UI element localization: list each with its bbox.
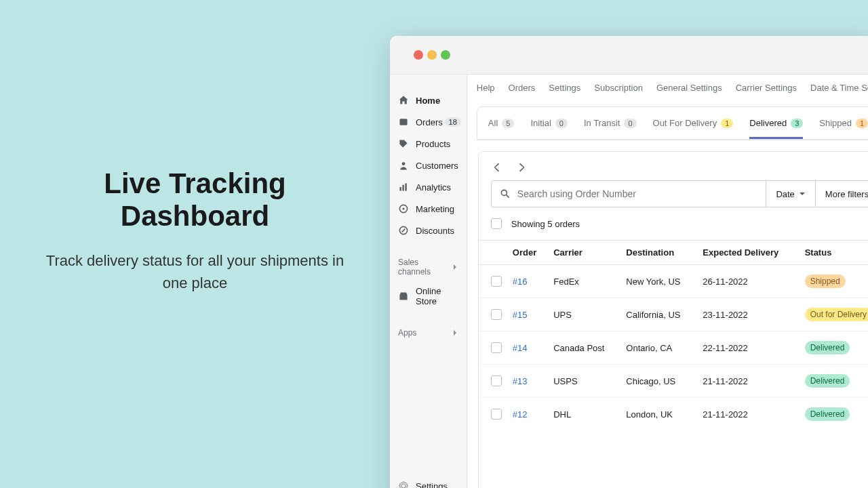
select-all-checkbox[interactable] bbox=[491, 218, 502, 229]
analytics-icon bbox=[398, 182, 409, 192]
cell-expected: 21-11-2022 bbox=[697, 398, 799, 431]
tab-count: 3 bbox=[791, 119, 803, 128]
order-link[interactable]: #16 bbox=[513, 277, 528, 287]
close-icon[interactable] bbox=[414, 50, 423, 60]
status-badge: Out for Delivery bbox=[805, 308, 868, 321]
showing-text: Showing 5 orders bbox=[511, 219, 580, 229]
sidebar-section-sales-channels[interactable]: Sales channels bbox=[390, 253, 467, 281]
tab-count: 1 bbox=[721, 119, 733, 128]
topnav-subscription[interactable]: Subscription bbox=[594, 83, 643, 93]
table-row: #14Canada PostOntario, CA22-11-2022Deliv… bbox=[479, 331, 868, 365]
date-filter-button[interactable]: Date bbox=[766, 181, 814, 207]
home-icon bbox=[398, 95, 409, 106]
topnav-datetime-settings[interactable]: Date & Time Settings bbox=[810, 83, 868, 93]
sidebar-item-label: Customers bbox=[416, 161, 458, 171]
chevron-right-icon bbox=[452, 264, 458, 270]
tabs: All 5 Initial 0 In Transit 0 Out For Del… bbox=[477, 107, 868, 140]
arrow-left-icon[interactable] bbox=[491, 161, 503, 174]
sidebar-item-home[interactable]: Home bbox=[390, 89, 467, 111]
sidebar-item-online-store[interactable]: Online Store bbox=[390, 281, 467, 312]
sidebar-item-discounts[interactable]: Discounts bbox=[390, 220, 467, 241]
cell-destination: Ontario, CA bbox=[620, 331, 697, 365]
cell-destination: New York, US bbox=[620, 265, 697, 298]
row-checkbox[interactable] bbox=[491, 342, 502, 353]
sidebar-item-label: Online Store bbox=[416, 286, 458, 306]
hero: Live Tracking Dashboard Track delivery s… bbox=[0, 0, 390, 488]
tab-shipped[interactable]: Shipped 1 bbox=[819, 107, 868, 139]
row-checkbox[interactable] bbox=[491, 409, 502, 420]
app-window: Home Orders 18 Products Customers Analyt… bbox=[390, 36, 868, 488]
col-expected: Expected Delivery bbox=[697, 241, 799, 265]
customers-icon bbox=[398, 160, 409, 171]
hero-subtitle: Track delivery status for all your shipm… bbox=[34, 249, 356, 294]
col-status: Status bbox=[800, 241, 868, 265]
sidebar-item-analytics[interactable]: Analytics bbox=[390, 176, 467, 198]
row-checkbox[interactable] bbox=[491, 375, 502, 386]
top-nav: Help Orders Settings Subscription Genera… bbox=[467, 75, 868, 93]
showing-row: Showing 5 orders bbox=[479, 207, 868, 240]
svg-rect-0 bbox=[399, 119, 407, 125]
cell-destination: California, US bbox=[620, 298, 697, 331]
row-checkbox[interactable] bbox=[491, 309, 502, 320]
tab-all[interactable]: All 5 bbox=[488, 107, 515, 139]
row-checkbox[interactable] bbox=[491, 276, 502, 287]
svg-point-6 bbox=[402, 207, 404, 209]
cell-carrier: FedEx bbox=[548, 265, 620, 298]
sidebar-item-label: Analytics bbox=[416, 182, 451, 192]
cell-carrier: Canada Post bbox=[548, 331, 620, 365]
chevron-right-icon bbox=[452, 329, 458, 336]
order-link[interactable]: #13 bbox=[513, 376, 528, 386]
sidebar-item-marketing[interactable]: Marketing bbox=[390, 198, 467, 220]
cell-destination: London, UK bbox=[620, 398, 697, 431]
cell-destination: Chicago, US bbox=[620, 365, 697, 398]
status-badge: Delivered bbox=[805, 407, 850, 421]
sidebar-item-label: Settings bbox=[416, 481, 448, 489]
sidebar: Home Orders 18 Products Customers Analyt… bbox=[390, 75, 467, 488]
tab-in-transit[interactable]: In Transit 0 bbox=[584, 107, 637, 139]
maximize-icon[interactable] bbox=[441, 50, 450, 60]
tab-count: 5 bbox=[502, 119, 514, 128]
sidebar-item-settings[interactable]: Settings bbox=[390, 475, 467, 488]
topnav-settings[interactable]: Settings bbox=[549, 83, 580, 93]
search-input[interactable] bbox=[517, 188, 758, 199]
store-icon bbox=[398, 291, 409, 302]
topnav-orders[interactable]: Orders bbox=[509, 83, 536, 93]
cell-carrier: USPS bbox=[548, 365, 620, 398]
order-link[interactable]: #14 bbox=[513, 343, 528, 353]
svg-rect-4 bbox=[405, 183, 406, 190]
status-badge: Delivered bbox=[805, 374, 850, 388]
orders-icon bbox=[398, 117, 409, 127]
orders-table: Order Carrier Destination Expected Deliv… bbox=[479, 240, 868, 430]
orders-card: Date More filters Showing 5 orders bbox=[478, 151, 868, 488]
filters-row: Date More filters bbox=[491, 180, 868, 207]
sidebar-item-products[interactable]: Products bbox=[390, 133, 467, 155]
sidebar-item-label: Discounts bbox=[416, 226, 454, 236]
cell-expected: 26-11-2022 bbox=[697, 265, 799, 298]
topnav-help[interactable]: Help bbox=[477, 83, 495, 93]
cell-carrier: UPS bbox=[548, 298, 620, 331]
search-box[interactable] bbox=[492, 181, 766, 207]
tab-delivered[interactable]: Delivered 3 bbox=[749, 107, 803, 139]
sidebar-item-orders[interactable]: Orders 18 bbox=[390, 111, 467, 133]
tab-count: 0 bbox=[624, 119, 636, 128]
sidebar-section-apps[interactable]: Apps bbox=[390, 324, 467, 342]
topnav-carrier-settings[interactable]: Carrier Settings bbox=[736, 83, 797, 93]
topnav-general-settings[interactable]: General Settings bbox=[656, 83, 722, 93]
arrow-right-icon[interactable] bbox=[515, 161, 528, 174]
cell-expected: 22-11-2022 bbox=[697, 331, 799, 365]
cell-expected: 23-11-2022 bbox=[697, 298, 799, 331]
tab-out-for-delivery[interactable]: Out For Delivery 1 bbox=[653, 107, 734, 139]
more-filters-button[interactable]: More filters bbox=[815, 181, 868, 207]
tab-initial[interactable]: Initial 0 bbox=[530, 107, 567, 139]
tab-count: 1 bbox=[856, 119, 868, 128]
table-row: #15UPSCalifornia, US23-11-2022Out for De… bbox=[479, 298, 868, 331]
minimize-icon[interactable] bbox=[427, 50, 437, 60]
cell-expected: 21-11-2022 bbox=[697, 365, 799, 398]
tab-count: 0 bbox=[555, 119, 568, 128]
hero-title: Live Tracking Dashboard bbox=[34, 167, 356, 232]
svg-point-8 bbox=[501, 190, 507, 195]
order-link[interactable]: #15 bbox=[513, 310, 528, 320]
order-link[interactable]: #12 bbox=[513, 409, 528, 420]
sidebar-item-customers[interactable]: Customers bbox=[390, 155, 467, 176]
svg-rect-3 bbox=[402, 185, 403, 191]
